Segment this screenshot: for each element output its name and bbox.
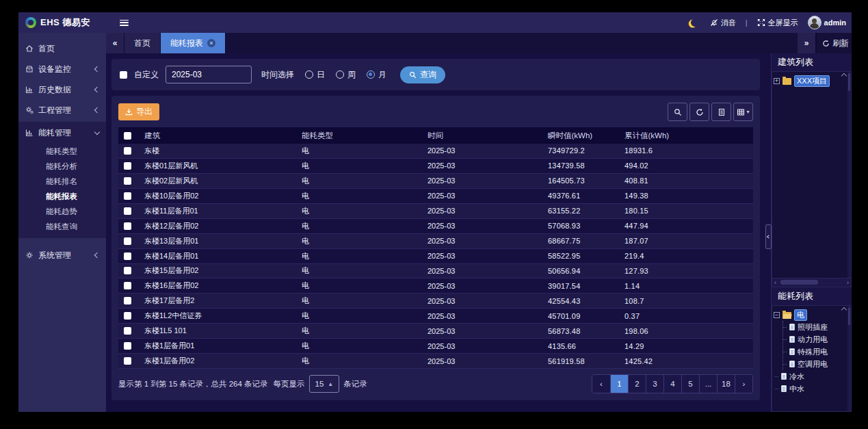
col-total[interactable]: 累计值(kWh) [624, 131, 753, 141]
row-checkbox[interactable] [124, 192, 131, 200]
sidebar-toggle-icon[interactable] [120, 20, 129, 26]
table-row[interactable]: 东楼10层备用02电2025-0349376.61149.38 [118, 189, 753, 204]
row-checkbox[interactable] [124, 282, 131, 289]
grid-columns-button[interactable]: ▾ [733, 103, 753, 121]
hscroll-thumb[interactable] [780, 280, 818, 285]
col-time[interactable]: 时间 [428, 131, 548, 141]
grid-search-button[interactable] [668, 103, 687, 121]
sidebar-item-device-monitor[interactable]: 设备监控 [18, 59, 106, 79]
tab-energy-report[interactable]: 能耗报表 × [161, 33, 226, 53]
tab-close-icon[interactable]: × [207, 39, 215, 47]
tree-item-special[interactable]: 特殊用电 [786, 346, 850, 358]
sidebar-item-system-management[interactable]: 系统管理 [18, 245, 106, 265]
page-button-3[interactable]: 3 [646, 375, 663, 393]
history-data-icon [25, 86, 34, 94]
sidebar-subitem-energy-type[interactable]: 能耗类型 [18, 144, 106, 159]
sidebar-subitem-energy-analysis[interactable]: 能耗分析 [18, 159, 106, 174]
table-row[interactable]: 东楼1L5 101电2025-0356873.48198.06 [118, 324, 753, 339]
table-row[interactable]: 东楼1L2中信证券电2025-0345701.090.37 [118, 309, 753, 324]
radio-day[interactable]: 日 [305, 69, 325, 81]
mute-button[interactable]: 消音 [710, 18, 736, 28]
select-all-checkbox[interactable] [124, 132, 131, 140]
row-checkbox[interactable] [124, 252, 131, 260]
query-button[interactable]: 查询 [400, 66, 445, 83]
sidebar-item-home[interactable]: 首页 [18, 38, 106, 59]
page-button-5[interactable]: 5 [681, 375, 699, 393]
row-checkbox[interactable] [124, 327, 131, 335]
row-checkbox[interactable] [124, 342, 131, 350]
table-row[interactable]: 东楼17层备用2电2025-0342554.43108.7 [118, 294, 753, 309]
col-energy-type[interactable]: 能耗类型 [302, 131, 428, 141]
sidebar-subitem-energy-trend[interactable]: 能耗趋势 [18, 204, 106, 219]
page-next-button[interactable]: › [735, 375, 752, 393]
hscroll-right-icon[interactable]: › [847, 279, 849, 286]
radio-week[interactable]: 周 [336, 69, 356, 81]
energy-tree-root[interactable]: − 电 [774, 309, 850, 321]
row-checkbox[interactable] [124, 297, 131, 304]
hscroll-left-icon[interactable]: ‹ [774, 279, 776, 286]
tree-item-reclaimed-water[interactable]: 中水 [778, 382, 850, 395]
table-row[interactable]: 东楼13层备用01电2025-0368667.75187.07 [118, 234, 753, 249]
row-checkbox[interactable] [124, 177, 131, 185]
table-row[interactable]: 东楼15层备用02电2025-0350656.94127.93 [118, 264, 753, 279]
row-checkbox[interactable] [124, 207, 131, 215]
vertical-scrollbar[interactable] [847, 306, 851, 411]
tabs-scroll-left-icon[interactable]: « [106, 33, 124, 53]
col-building[interactable]: 建筑 [144, 131, 302, 141]
sidebar-item-energy-management[interactable]: 能耗管理 [18, 122, 106, 144]
table-row[interactable]: 东楼11层备用01电2025-0363155.22180.15 [118, 204, 753, 219]
sidebar-item-history-data[interactable]: 历史数据 [18, 79, 106, 100]
row-checkbox[interactable] [124, 267, 131, 274]
tree-expander-icon[interactable]: − [774, 312, 780, 318]
row-checkbox[interactable] [124, 222, 131, 230]
vertical-scrollbar[interactable] [847, 72, 851, 278]
sidebar-subitem-energy-report[interactable]: 能耗报表 [18, 189, 106, 204]
tree-item-power[interactable]: 动力用电 [786, 333, 850, 346]
page-button-4[interactable]: 4 [663, 375, 681, 393]
building-root-label[interactable]: XXX项目 [794, 75, 830, 87]
row-checkbox[interactable] [124, 147, 131, 155]
fullscreen-button[interactable]: 全屏显示 [757, 18, 798, 28]
table-row[interactable]: 东楼1层备用01电2025-034135.6614.29 [118, 339, 753, 354]
table-row[interactable]: 东楼14层备用01电2025-0358522.95219.4 [118, 249, 753, 264]
tree-item-lighting[interactable]: 照明插座 [786, 321, 850, 333]
col-instant[interactable]: 瞬时值(kWh) [548, 131, 624, 141]
page-prev-button[interactable]: ‹ [592, 375, 610, 393]
refresh-tab-button[interactable]: 刷新 [816, 33, 852, 53]
sidebar-item-project-management[interactable]: 工程管理 [18, 100, 106, 120]
row-checkbox[interactable] [124, 237, 131, 245]
row-checkbox[interactable] [124, 162, 131, 170]
grid-card-view-button[interactable] [711, 103, 731, 121]
export-button[interactable]: 导出 [118, 103, 159, 120]
table-row[interactable]: 东楼12层备用02电2025-0357068.93447.94 [118, 219, 753, 234]
row-checkbox[interactable] [124, 312, 131, 320]
table-row[interactable]: 东楼电2025-037349729.218931.6 [118, 144, 753, 159]
horizontal-scrollbar[interactable]: ‹ › [772, 278, 852, 287]
search-icon [674, 108, 682, 116]
panel-collapse-handle[interactable] [765, 224, 772, 249]
table-row[interactable]: 东楼16层备用02电2025-0339017.541.14 [118, 278, 753, 294]
tab-home[interactable]: 首页 [124, 33, 161, 53]
radio-month[interactable]: 月 [367, 69, 386, 81]
custom-checkbox[interactable] [120, 71, 127, 79]
table-row[interactable]: 东楼1层备用02电2025-03561919.581425.42 [118, 354, 753, 369]
user-menu[interactable]: admin [808, 16, 846, 29]
page-button-18[interactable]: 18 [717, 375, 735, 393]
grid-refresh-button[interactable] [689, 103, 709, 121]
page-size-select[interactable]: 15 ▲ [309, 375, 340, 393]
energy-root-label[interactable]: 电 [794, 309, 807, 321]
tabs-scroll-right-icon[interactable]: » [798, 33, 816, 53]
tree-item-hvac[interactable]: 空调用电 [786, 358, 850, 370]
table-row[interactable]: 东楼02层新风机电2025-03164505.73408.81 [118, 174, 753, 189]
tree-expander-icon[interactable]: + [774, 78, 780, 84]
building-tree-root[interactable]: + XXX项目 [774, 75, 850, 87]
sidebar-subitem-energy-query[interactable]: 能耗查询 [18, 219, 106, 234]
date-input[interactable] [166, 66, 252, 83]
page-button-2[interactable]: 2 [628, 375, 646, 393]
theme-moon-icon[interactable] [690, 18, 700, 27]
page-button-1[interactable]: 1 [610, 375, 628, 393]
table-row[interactable]: 东楼01层新风机电2025-03134739.58494.02 [118, 159, 753, 174]
sidebar-subitem-energy-ranking[interactable]: 能耗排名 [18, 174, 106, 189]
row-checkbox[interactable] [124, 357, 131, 365]
tree-item-cold-water[interactable]: 冷水 [778, 370, 850, 382]
